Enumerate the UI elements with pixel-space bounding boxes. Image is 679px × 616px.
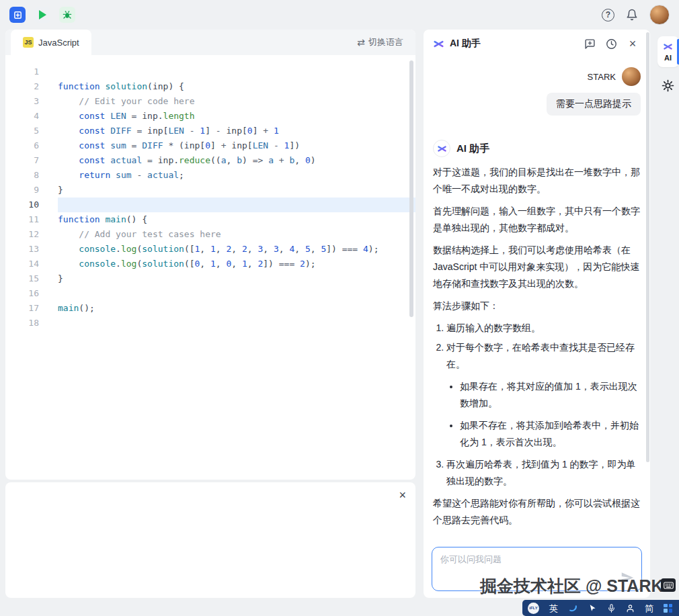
- javascript-icon: JS: [23, 37, 34, 48]
- chat-area: STARK 需要一点思路提示 AI 助手 对于这道题，我们的目标是找出在一堆数字…: [424, 58, 650, 536]
- code-line[interactable]: 10: [5, 197, 415, 212]
- tab-javascript[interactable]: JS JavaScript: [11, 30, 91, 55]
- code-text: main();: [58, 301, 415, 316]
- code-line[interactable]: 7 const actual = inp.reduce((a, b) => a …: [5, 153, 415, 168]
- chat-input-placeholder: 你可以问我问题: [440, 554, 502, 566]
- topbar: ?: [0, 0, 679, 30]
- debug-button[interactable]: [59, 7, 75, 23]
- ai-ordered-list: 遍历输入的数字数组。对于每个数字，在哈希表中查找其是否已经存在。如果存在，将其对…: [433, 320, 641, 490]
- ime-swoosh-button[interactable]: [568, 603, 578, 613]
- code-text: [58, 197, 415, 212]
- code-line[interactable]: 9}: [5, 183, 415, 197]
- console-close-button[interactable]: ×: [399, 489, 406, 501]
- cursor-icon: [588, 604, 597, 613]
- bug-icon: [62, 9, 73, 20]
- ai-name: AI 助手: [456, 142, 489, 155]
- line-number: 17: [5, 301, 39, 316]
- ime-logo-button[interactable]: iFLY: [528, 603, 539, 614]
- code-lines: 12function solution(inp) {3 // Edit your…: [5, 64, 415, 331]
- soft-keyboard-button[interactable]: [661, 578, 676, 592]
- code-text: }: [58, 271, 415, 286]
- history-button[interactable]: [603, 36, 619, 52]
- notifications-button[interactable]: [626, 9, 638, 21]
- right-rail: AI: [657, 36, 679, 92]
- code-line[interactable]: 13 console.log(solution([1, 1, 2, 2, 3, …: [5, 242, 415, 257]
- code-text: function main() {: [58, 212, 415, 227]
- code-text: const actual = inp.reduce((a, b) => a + …: [58, 153, 415, 168]
- editor-scrollbar[interactable]: [409, 60, 413, 317]
- console-panel: ×: [5, 482, 415, 598]
- bell-icon: [626, 9, 638, 21]
- ime-voice-button[interactable]: [607, 604, 616, 613]
- help-button[interactable]: ?: [602, 9, 614, 21]
- tab-javascript-label: JavaScript: [38, 38, 79, 48]
- ime-english-toggle[interactable]: 英: [549, 604, 558, 613]
- topbar-left-actions: [9, 7, 75, 23]
- play-icon: [39, 10, 46, 19]
- switch-language-label: 切换语言: [368, 36, 403, 48]
- ime-logo-badge: iFLY: [528, 603, 539, 614]
- code-line[interactable]: 2function solution(inp) {: [5, 79, 415, 94]
- line-number: 4: [5, 109, 39, 124]
- new-file-button[interactable]: [9, 7, 26, 23]
- code-line[interactable]: 16: [5, 286, 415, 301]
- line-number: 11: [5, 212, 39, 227]
- line-number: 15: [5, 271, 39, 286]
- code-line[interactable]: 1: [5, 64, 415, 79]
- code-text: // Add your test cases here: [58, 227, 415, 242]
- line-number: 3: [5, 94, 39, 109]
- ai-panel-scrollbar[interactable]: [646, 32, 649, 462]
- ai-panel-close-button[interactable]: ×: [625, 36, 641, 52]
- code-line[interactable]: 14 console.log(solution([0, 1, 0, 1, 2])…: [5, 257, 415, 271]
- ai-sub-list: 如果存在，将其对应的值加 1，表示出现次数增加。如果不存在，将其添加到哈希表中，…: [446, 378, 641, 451]
- ime-user-button[interactable]: [626, 604, 635, 613]
- code-line[interactable]: 5 const DIFF = inp[LEN - 1] - inp[0] + 1: [5, 124, 415, 138]
- code-text: const LEN = inp.length: [58, 109, 415, 124]
- new-chat-icon: [584, 38, 596, 50]
- ai-message: AI 助手 对于这道题，我们的目标是找出在一堆数字中，那个唯一不成对出现的数字。…: [433, 140, 641, 536]
- ai-assistant-panel: AI 助手 × STARK 需要一点思路提示: [424, 30, 650, 598]
- line-number: 8: [5, 168, 39, 183]
- user-message-bubble: 需要一点思路提示: [547, 93, 641, 116]
- code-text: const sum = DIFF * (inp[0] + inp[LEN - 1…: [58, 138, 415, 153]
- ime-menu-button[interactable]: [664, 604, 672, 613]
- ai-sub-list-item: 如果存在，将其对应的值加 1，表示出现次数增加。: [460, 378, 641, 412]
- rail-active-indicator: [677, 39, 679, 64]
- code-line[interactable]: 12 // Add your test cases here: [5, 227, 415, 242]
- ai-paragraph: 希望这个思路能对你有所帮助，你可以尝试根据这个思路去完善代码。: [433, 495, 641, 529]
- line-number: 9: [5, 183, 39, 197]
- code-text: [58, 316, 415, 331]
- switch-language-button[interactable]: ⇄ 切换语言: [345, 30, 415, 55]
- code-line[interactable]: 15}: [5, 271, 415, 286]
- ai-paragraph: 首先理解问题，输入一组数字，其中只有一个数字是单独出现的，其他数字都成对。: [433, 203, 641, 236]
- ai-list-item: 再次遍历哈希表，找到值为 1 的数字，即为单独出现的数字。: [446, 456, 641, 490]
- ime-simplified-toggle[interactable]: 简: [645, 604, 653, 613]
- user-avatar[interactable]: [649, 5, 670, 25]
- line-number: 1: [5, 64, 39, 79]
- watermark: 掘金技术社区 @ STARK: [480, 575, 664, 597]
- new-chat-button[interactable]: [582, 36, 598, 52]
- code-line[interactable]: 18: [5, 316, 415, 331]
- code-text: console.log(solution([0, 1, 0, 1, 2]) ==…: [58, 257, 415, 271]
- rail-ai-logo-icon: [663, 42, 673, 52]
- code-line[interactable]: 3 // Edit your code here: [5, 94, 415, 109]
- ai-message-body: 对于这道题，我们的目标是找出在一堆数字中，那个唯一不成对出现的数字。首先理解问题…: [433, 164, 641, 529]
- line-number: 7: [5, 153, 39, 168]
- user-chat-avatar: [622, 67, 641, 86]
- swap-icon: ⇄: [357, 37, 365, 48]
- code-line[interactable]: 17main();: [5, 301, 415, 316]
- rail-tools-button[interactable]: [662, 79, 674, 92]
- ime-cursor-button[interactable]: [588, 604, 597, 613]
- code-line[interactable]: 4 const LEN = inp.length: [5, 109, 415, 124]
- run-button[interactable]: [34, 7, 50, 23]
- ai-logo-icon: [433, 38, 444, 50]
- rail-ai-button[interactable]: AI: [657, 36, 679, 67]
- code-line[interactable]: 6 const sum = DIFF * (inp[0] + inp[LEN -…: [5, 138, 415, 153]
- code-editor[interactable]: 12function solution(inp) {3 // Edit your…: [5, 55, 415, 480]
- person-icon: [626, 604, 635, 613]
- grid-icon: [664, 604, 672, 613]
- app: ? JS JavaScript ⇄ 切换语言 12function soluti…: [0, 0, 679, 616]
- code-line[interactable]: 11function main() {: [5, 212, 415, 227]
- ai-sub-list-item: 如果不存在，将其添加到哈希表中，并初始化为 1，表示首次出现。: [460, 417, 641, 451]
- code-line[interactable]: 8 return sum - actual;: [5, 168, 415, 183]
